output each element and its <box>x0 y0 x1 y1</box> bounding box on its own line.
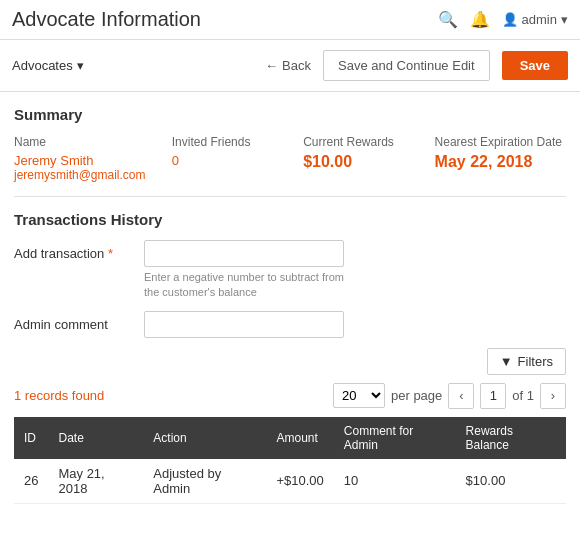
col-rewards-balance: Rewards Balance <box>456 417 566 459</box>
records-found: 1 records found <box>14 388 104 403</box>
cell-date: May 21, 2018 <box>48 459 143 504</box>
filter-icon: ▼ <box>500 354 513 369</box>
invited-friends-label: Invited Friends <box>172 135 303 149</box>
cell-comment: 10 <box>334 459 456 504</box>
summary-invited-col: Invited Friends 0 <box>172 135 303 182</box>
current-rewards-label: Current Rewards <box>303 135 434 149</box>
transactions-table: ID Date Action Amount Comment for Admin … <box>14 417 566 504</box>
admin-comment-input[interactable] <box>144 311 344 338</box>
chevron-down-icon: ▾ <box>561 12 568 27</box>
search-icon[interactable]: 🔍 <box>438 10 458 29</box>
add-transaction-label: Add transaction * <box>14 240 144 261</box>
advocates-dropdown[interactable]: Advocates ▾ <box>12 58 84 73</box>
transactions-section-title: Transactions History <box>14 211 566 228</box>
add-transaction-hint: Enter a negative number to subtract from… <box>144 270 344 301</box>
header-icons: 🔍 🔔 👤 admin ▾ <box>438 10 568 29</box>
col-id: ID <box>14 417 48 459</box>
add-transaction-input-wrap: Enter a negative number to subtract from… <box>144 240 566 301</box>
cell-action: Adjusted by Admin <box>143 459 266 504</box>
save-button[interactable]: Save <box>502 51 568 80</box>
expiration-value: May 22, 2018 <box>435 153 566 171</box>
summary-rewards-col: Current Rewards $10.00 <box>303 135 434 182</box>
name-label: Name <box>14 135 172 149</box>
user-icon: 👤 <box>502 12 518 27</box>
user-menu[interactable]: 👤 admin ▾ <box>502 12 568 27</box>
col-action: Action <box>143 417 266 459</box>
col-date: Date <box>48 417 143 459</box>
invited-friends-value: 0 <box>172 153 303 168</box>
user-label: admin <box>522 12 557 27</box>
add-transaction-row: Add transaction * Enter a negative numbe… <box>14 240 566 301</box>
page-header: Advocate Information 🔍 🔔 👤 admin ▾ <box>0 0 580 40</box>
admin-comment-label: Admin comment <box>14 311 144 332</box>
filters-bar: ▼ Filters <box>14 348 566 375</box>
required-star: * <box>108 246 113 261</box>
advocate-email: jeremysmith@gmail.com <box>14 168 172 182</box>
of-label: of 1 <box>512 388 534 403</box>
chevron-down-icon: ▾ <box>77 58 84 73</box>
pagination-right: 20 50 100 per page ‹ 1 of 1 › <box>333 383 566 409</box>
toolbar: Advocates ▾ ← Back Save and Continue Edi… <box>0 40 580 92</box>
filters-button[interactable]: ▼ Filters <box>487 348 566 375</box>
pagination-bar: 1 records found 20 50 100 per page ‹ 1 o… <box>14 383 566 409</box>
summary-name-col: Name Jeremy Smith jeremysmith@gmail.com <box>14 135 172 182</box>
per-page-select[interactable]: 20 50 100 <box>333 383 385 408</box>
next-page-button[interactable]: › <box>540 383 566 409</box>
per-page-label: per page <box>391 388 442 403</box>
save-continue-button[interactable]: Save and Continue Edit <box>323 50 490 81</box>
back-button[interactable]: ← Back <box>265 58 311 73</box>
add-transaction-input[interactable] <box>144 240 344 267</box>
cell-id: 26 <box>14 459 48 504</box>
page-title: Advocate Information <box>12 8 201 31</box>
filters-label: Filters <box>518 354 553 369</box>
col-comment: Comment for Admin <box>334 417 456 459</box>
bell-icon[interactable]: 🔔 <box>470 10 490 29</box>
main-content: Summary Name Jeremy Smith jeremysmith@gm… <box>0 92 580 518</box>
prev-page-button[interactable]: ‹ <box>448 383 474 409</box>
cell-rewards-balance: $10.00 <box>456 459 566 504</box>
advocates-label: Advocates <box>12 58 73 73</box>
table-header-row: ID Date Action Amount Comment for Admin … <box>14 417 566 459</box>
admin-comment-input-wrap <box>144 311 566 338</box>
advocate-name: Jeremy Smith <box>14 153 172 168</box>
summary-section-title: Summary <box>14 106 566 123</box>
divider <box>14 196 566 197</box>
arrow-left-icon: ← <box>265 58 278 73</box>
summary-expiration-col: Nearest Expiration Date May 22, 2018 <box>435 135 566 182</box>
admin-comment-row: Admin comment <box>14 311 566 338</box>
expiration-label: Nearest Expiration Date <box>435 135 566 149</box>
col-amount: Amount <box>266 417 333 459</box>
cell-amount: +$10.00 <box>266 459 333 504</box>
current-rewards-value: $10.00 <box>303 153 434 171</box>
current-page: 1 <box>480 383 506 409</box>
table-row: 26 May 21, 2018 Adjusted by Admin +$10.0… <box>14 459 566 504</box>
summary-grid: Name Jeremy Smith jeremysmith@gmail.com … <box>14 135 566 182</box>
back-label: Back <box>282 58 311 73</box>
